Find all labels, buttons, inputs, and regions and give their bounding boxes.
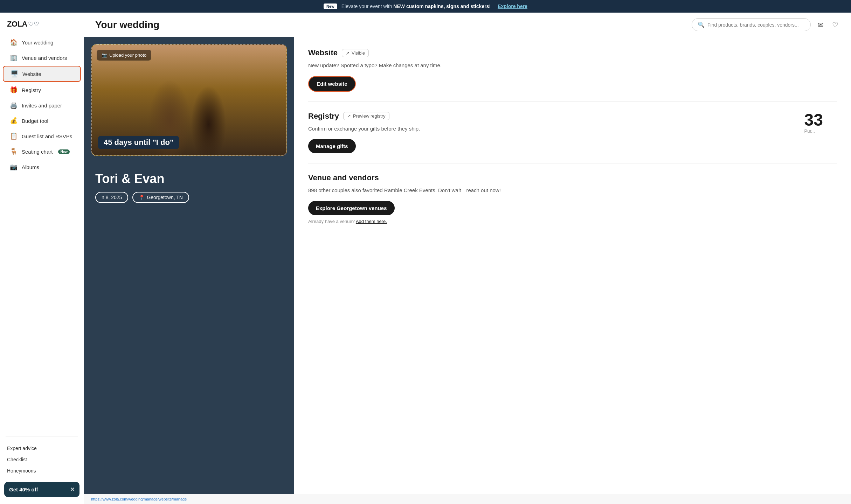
banner-bold-text: NEW custom napkins, signs and stickers! — [393, 4, 491, 9]
days-badge: 45 days until "I do" — [98, 136, 179, 149]
sidebar-item-registry[interactable]: 🎁 Registry — [3, 83, 81, 97]
website-visible-badge[interactable]: ↗ Visible — [342, 49, 369, 57]
registry-icon: 🎁 — [10, 86, 18, 94]
promo-label: Get 40% off — [9, 486, 38, 492]
banner-new-badge: New — [324, 4, 337, 9]
main-header: Your wedding 🔍 ✉ ♡ — [84, 13, 851, 37]
registry-count-label: Pur... — [804, 128, 823, 134]
sidebar-item-albums[interactable]: 📷 Albums — [3, 160, 81, 174]
registry-section-title: Registry — [308, 112, 339, 121]
sidebar-item-your-wedding[interactable]: 🏠 Your wedding — [3, 35, 81, 50]
logo-hearts: ♡♡ — [28, 20, 39, 28]
date-label: n 8, 2025 — [102, 195, 122, 200]
venue-icon: 🏢 — [10, 54, 18, 62]
sidebar-logo: ZOLA ♡♡ — [0, 17, 84, 34]
page-title: Your wedding — [95, 19, 159, 30]
main-content: Your wedding 🔍 ✉ ♡ 📷 — [84, 13, 851, 504]
logo-text: ZOLA — [7, 20, 27, 29]
seating-chart-icon: 🪑 — [10, 148, 18, 155]
add-venue-link[interactable]: Add them here. — [356, 219, 387, 224]
sidebar-footer-honeymoons[interactable]: Honeymoons — [4, 465, 79, 476]
external-link-icon: ↗ — [347, 113, 351, 119]
top-banner: New Elevate your event with NEW custom n… — [0, 0, 851, 13]
website-icon: 🖥️ — [11, 70, 18, 78]
sidebar: ZOLA ♡♡ 🏠 Your wedding 🏢 Venue and vendo… — [0, 13, 84, 504]
search-icon: 🔍 — [698, 21, 705, 28]
explore-georgetown-venues-button[interactable]: Explore Georgetown venues — [308, 201, 395, 215]
guest-list-icon: 📋 — [10, 132, 18, 140]
albums-icon: 📷 — [10, 163, 18, 171]
right-panel: Website ↗ Visible New update? Spotted a … — [294, 37, 851, 494]
website-section-title: Website — [308, 48, 338, 57]
upload-photo-button[interactable]: 📷 Upload your photo — [97, 50, 151, 61]
sidebar-item-budget-tool[interactable]: 💰 Budget tool — [3, 113, 81, 128]
visible-label: Visible — [352, 50, 365, 56]
status-bar: https://www.zola.com/wedding/manage/webs… — [84, 494, 851, 504]
couple-name: Tori & Evan — [95, 172, 283, 186]
sidebar-item-label: Seating chart — [22, 149, 53, 155]
budget-icon: 💰 — [10, 117, 18, 125]
external-link-icon: ↗ — [346, 50, 350, 56]
upload-label: Upload your photo — [109, 52, 146, 58]
sidebar-item-label: Venue and vendors — [22, 55, 67, 61]
preview-registry-badge[interactable]: ↗ Preview registry — [343, 112, 389, 120]
location-pin-icon: 📍 — [139, 195, 145, 200]
sidebar-nav: 🏠 Your wedding 🏢 Venue and vendors 🖥️ We… — [0, 34, 84, 433]
location-label: Georgetown, TN — [147, 195, 182, 200]
camera-icon: 📷 — [102, 52, 107, 58]
messages-icon[interactable]: ✉ — [816, 19, 825, 30]
sidebar-item-guest-list[interactable]: 📋 Guest list and RSVPs — [3, 129, 81, 144]
sidebar-item-label: Budget tool — [22, 118, 48, 124]
sidebar-item-label: Invites and paper — [22, 103, 62, 108]
wedding-photo: 📷 Upload your photo 45 days until "I do" — [84, 37, 294, 163]
home-icon: 🏠 — [10, 38, 18, 46]
promo-banner[interactable]: Get 40% off ✕ — [4, 482, 79, 497]
sidebar-footer-expert-advice[interactable]: Expert advice — [4, 443, 79, 454]
registry-section: Registry ↗ Preview registry Confirm or e… — [308, 112, 837, 164]
preview-registry-label: Preview registry — [353, 113, 385, 119]
registry-description: Confirm or exchange your gifts before th… — [308, 125, 837, 133]
edit-website-button[interactable]: Edit website — [308, 76, 356, 92]
header-right: 🔍 ✉ ♡ — [692, 18, 840, 31]
venue-vendors-section: Venue and vendors 898 other couples also… — [308, 173, 837, 234]
sidebar-item-label: Guest list and RSVPs — [22, 133, 72, 139]
search-bar[interactable]: 🔍 — [692, 18, 811, 31]
promo-close-icon[interactable]: ✕ — [70, 486, 75, 493]
wedding-info: Tori & Evan n 8, 2025 📍 Georgetown, TN — [84, 163, 294, 211]
banner-text: Elevate your event with NEW custom napki… — [341, 4, 491, 9]
sidebar-item-label: Albums — [22, 164, 39, 170]
invites-icon: 🖨️ — [10, 102, 18, 109]
already-have-label: Already have a venue? — [308, 219, 355, 224]
wedding-date-pill: n 8, 2025 — [95, 192, 128, 203]
manage-gifts-button[interactable]: Manage gifts — [308, 139, 356, 153]
venue-section-title: Venue and vendors — [308, 173, 379, 182]
sidebar-item-label: Website — [22, 71, 41, 77]
wedding-preview-card: 📷 Upload your photo 45 days until "I do"… — [84, 37, 294, 494]
venue-section-header: Venue and vendors — [308, 173, 837, 182]
website-description: New update? Spotted a typo? Make changes… — [308, 62, 837, 70]
wedding-details: n 8, 2025 📍 Georgetown, TN — [95, 192, 283, 203]
sidebar-item-venue-vendors[interactable]: 🏢 Venue and vendors — [3, 50, 81, 65]
sidebar-footer: Expert advice Checklist Honeymoons — [0, 440, 84, 479]
sidebar-item-label: Your wedding — [22, 40, 53, 46]
already-have-venue-text: Already have a venue? Add them here. — [308, 219, 837, 224]
sidebar-divider — [6, 436, 78, 436]
search-input[interactable] — [707, 22, 805, 28]
wedding-location-pill: 📍 Georgetown, TN — [132, 192, 189, 203]
content-area: 📷 Upload your photo 45 days until "I do"… — [84, 37, 851, 494]
sidebar-item-seating-chart[interactable]: 🪑 Seating chart New — [3, 144, 81, 159]
sidebar-item-label: Registry — [22, 87, 41, 93]
registry-section-header: Registry ↗ Preview registry — [308, 112, 837, 121]
sidebar-item-website[interactable]: 🖥️ Website — [3, 66, 81, 82]
favorites-icon[interactable]: ♡ — [831, 19, 840, 30]
sidebar-item-invites-paper[interactable]: 🖨️ Invites and paper — [3, 98, 81, 113]
sidebar-footer-checklist[interactable]: Checklist — [4, 454, 79, 465]
registry-count: 33 — [804, 112, 823, 128]
venue-description: 898 other couples also favorited Ramble … — [308, 187, 837, 195]
banner-explore-link[interactable]: Explore here — [498, 4, 527, 9]
seating-chart-new-badge: New — [58, 149, 70, 154]
website-section-header: Website ↗ Visible — [308, 48, 837, 57]
website-section: Website ↗ Visible New update? Spotted a … — [308, 48, 837, 102]
